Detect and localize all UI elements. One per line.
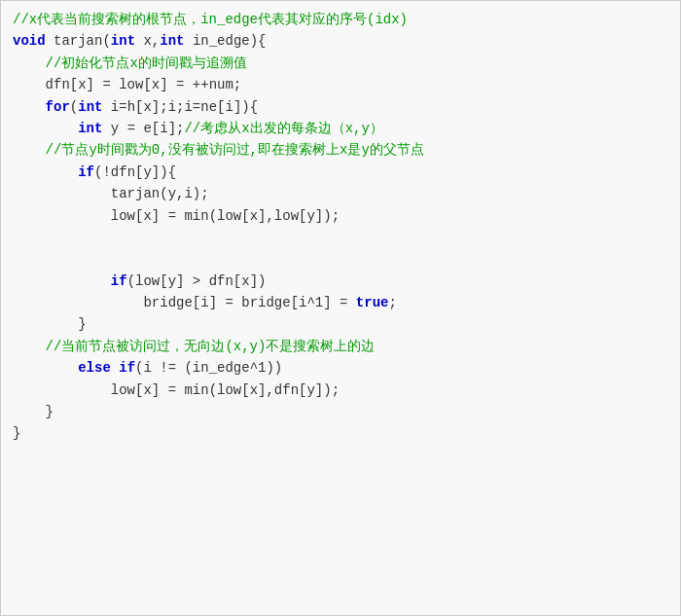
code-line <box>13 227 668 248</box>
code-line: low[x] = min(low[x],low[y]); <box>13 205 668 227</box>
code-line: if(low[y] > dfn[x]) <box>13 271 668 292</box>
code-line: if(!dfn[y]){ <box>13 162 668 183</box>
code-line: else if(i != (in_edge^1)) <box>13 357 668 379</box>
code-line: //初始化节点x的时间戳与追溯值 <box>13 53 668 74</box>
code-line: } <box>13 401 668 422</box>
code-line: //节点y时间戳为0,没有被访问过,即在搜索树上x是y的父节点 <box>13 139 668 161</box>
code-line: int y = e[i];//考虑从x出发的每条边（x,y） <box>13 118 668 139</box>
code-line: //x代表当前搜索树的根节点，in_edge代表其对应的序号(idx) <box>13 9 668 30</box>
code-line <box>13 248 668 270</box>
code-line: bridge[i] = bridge[i^1] = true; <box>13 292 668 313</box>
code-block: //x代表当前搜索树的根节点，in_edge代表其对应的序号(idx)void … <box>0 0 681 616</box>
code-line: tarjan(y,i); <box>13 183 668 204</box>
code-line: } <box>13 313 668 335</box>
code-line: dfn[x] = low[x] = ++num; <box>13 74 668 95</box>
code-line: //当前节点被访问过，无向边(x,y)不是搜索树上的边 <box>13 336 668 357</box>
code-line: for(int i=h[x];i;i=ne[i]){ <box>13 96 668 118</box>
code-line: } <box>13 422 668 444</box>
code-line: low[x] = min(low[x],dfn[y]); <box>13 380 668 401</box>
code-line: void tarjan(int x,int in_edge){ <box>13 30 668 52</box>
